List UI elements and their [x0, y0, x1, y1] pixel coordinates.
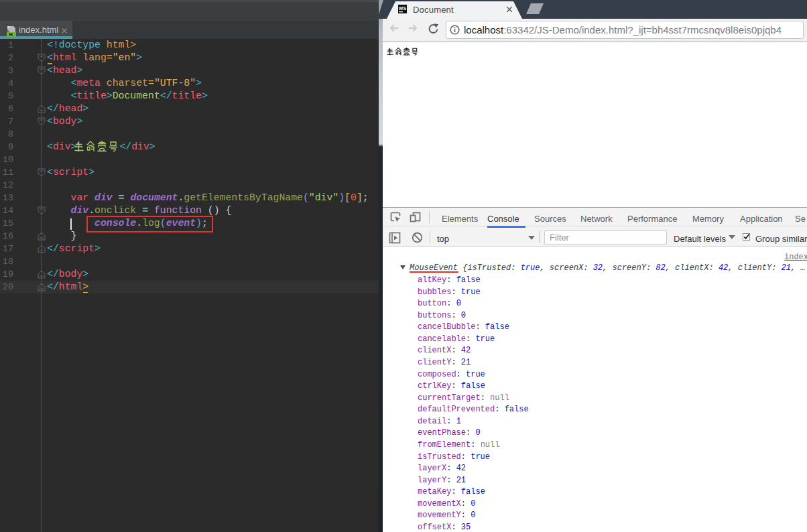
svg-text:H: H	[9, 31, 12, 37]
svg-text:WS: WS	[399, 6, 407, 11]
